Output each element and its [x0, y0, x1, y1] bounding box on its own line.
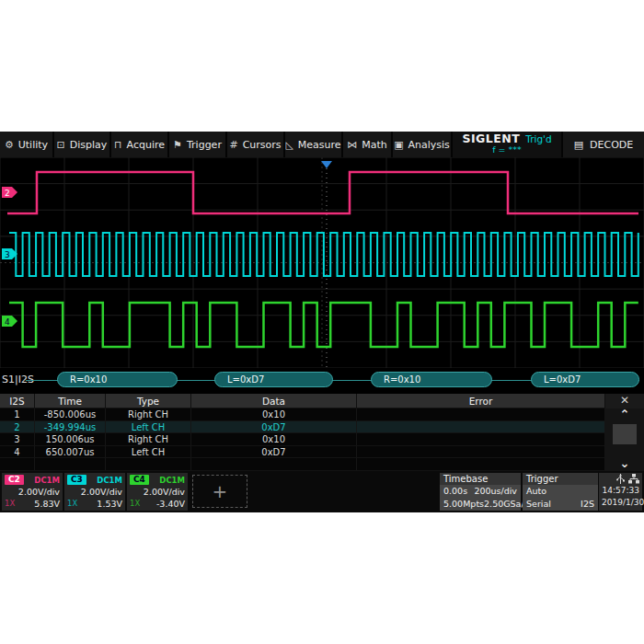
trigger-status: Trig'd	[525, 133, 551, 144]
waveform-display[interactable]: 2 3 4	[0, 157, 644, 368]
brand-logo: SIGLENT	[462, 133, 520, 144]
timebase-delay: 0.00s	[443, 485, 467, 498]
c3-coupling: DC1M	[97, 476, 122, 485]
status-bar: C2 DC1M 2.00V/div 1X 5.83V C3 DC1M 2.00V…	[0, 471, 644, 512]
scroll-up-icon[interactable]: ⌃	[605, 408, 644, 422]
cursors-icon: #	[229, 139, 237, 151]
decode-bus-row: S1|I2S R=0x10 L=0xD7 R=0x10 L=0xD7	[0, 368, 644, 394]
clock-date: 2019/1/30	[602, 497, 639, 509]
svg-text:2: 2	[5, 189, 10, 198]
trigger-mode: Auto	[526, 485, 546, 498]
scrollbar-thumb[interactable]	[613, 424, 637, 444]
decode-table: I2S Time Type Data Error ✕ 1 -850.006us …	[0, 394, 644, 471]
menu-acquire-label: Acquire	[127, 139, 165, 151]
trigger-title: Trigger	[523, 473, 598, 485]
c2-badge: C2	[5, 475, 24, 485]
c4-coupling: DC1M	[159, 476, 185, 485]
menu-analysis[interactable]: ▣ Analysis	[393, 132, 451, 157]
trace-c4-data	[9, 303, 638, 347]
menu-math[interactable]: ⋈ Math	[343, 132, 391, 157]
menu-trigger-label: Trigger	[187, 139, 222, 151]
decode-table-header: I2S Time Type Data Error ✕	[0, 394, 644, 408]
c2-coupling: DC1M	[34, 476, 60, 485]
table-row[interactable]: 4 650.007us Left CH 0xD7	[0, 446, 644, 459]
c4-badge: C4	[130, 475, 149, 485]
col-header-time: Time	[35, 394, 106, 408]
screenshot-page: ⚙ Utility ⊡ Display ⊓ Acquire ⚑ Trigger …	[0, 0, 644, 644]
decode-event[interactable]: R=0x10	[57, 372, 178, 387]
frequency-readout: f = ***	[492, 144, 522, 155]
col-header-error: Error	[357, 394, 605, 408]
menu-display[interactable]: ⊡ Display	[54, 132, 109, 157]
menu-utility-label: Utility	[18, 139, 48, 151]
table-row-selected[interactable]: 2 -349.994us Left CH 0xD7	[0, 421, 644, 434]
math-icon: ⋈	[347, 139, 357, 151]
decode-event[interactable]: R=0x10	[371, 372, 492, 387]
col-header-i2s: I2S	[0, 394, 35, 408]
timebase-memory: 5.00Mpts	[443, 498, 484, 511]
col-header-data: Data	[191, 394, 357, 408]
menu-decode[interactable]: ▤ DECODE	[563, 132, 644, 157]
menu-cursors-label: Cursors	[243, 139, 282, 151]
add-channel-button[interactable]: +	[192, 475, 247, 508]
menu-measure-label: Measure	[298, 139, 341, 151]
trigger-type: Serial	[526, 498, 551, 511]
decode-event[interactable]: L=0xD7	[531, 372, 639, 387]
gear-icon: ⚙	[5, 139, 14, 151]
timebase-title: Timebase	[440, 473, 521, 485]
display-icon: ⊡	[57, 139, 65, 151]
table-row-empty	[0, 458, 644, 471]
menu-measure[interactable]: ◺ Measure	[285, 132, 341, 157]
c3-scale: 2.00V/div	[67, 486, 122, 498]
trace-c2-ws	[7, 172, 638, 213]
analysis-icon: ▣	[394, 139, 403, 151]
c2-scale: 2.00V/div	[5, 486, 60, 498]
table-row[interactable]: 3 150.006us Right CH 0x10	[0, 433, 644, 446]
usb-icon	[616, 474, 625, 484]
menu-utility[interactable]: ⚙ Utility	[0, 132, 52, 157]
timebase-scale: 200us/div	[474, 485, 517, 498]
channel-2-marker[interactable]: 2	[2, 187, 17, 198]
table-row[interactable]: 1 -850.006us Right CH 0x10	[0, 408, 644, 421]
lan-icon	[628, 474, 639, 484]
trigger-protocol: I2S	[581, 498, 594, 511]
trigger-box[interactable]: Trigger Auto Serial I2S	[523, 473, 598, 511]
menu-decode-label: DECODE	[590, 139, 633, 151]
menu-acquire[interactable]: ⊓ Acquire	[111, 132, 167, 157]
c2-offset: 5.83V	[34, 498, 60, 510]
timebase-box[interactable]: Timebase 0.00s 200us/div 5.00Mpts 2.50GS…	[440, 473, 521, 511]
oscilloscope-screen: ⚙ Utility ⊡ Display ⊓ Acquire ⚑ Trigger …	[0, 132, 644, 512]
menu-trigger[interactable]: ⚑ Trigger	[169, 132, 225, 157]
menu-cursors[interactable]: # Cursors	[227, 132, 283, 157]
svg-text:4: 4	[5, 317, 10, 327]
trace-c3-clock	[9, 233, 638, 276]
c4-scale: 2.00V/div	[130, 486, 185, 498]
c2-probe: 1X	[5, 498, 15, 510]
channel-c2-box[interactable]: C2 DC1M 2.00V/div 1X 5.83V	[2, 473, 63, 511]
table-scrollbar: ⌃ ⌄	[605, 408, 644, 471]
menu-bar: ⚙ Utility ⊡ Display ⊓ Acquire ⚑ Trigger …	[0, 132, 644, 157]
datetime-box: 14:57:33 2019/1/30	[599, 473, 642, 511]
scroll-down-icon[interactable]: ⌄	[605, 457, 644, 471]
c4-offset: -3.40V	[156, 498, 185, 510]
waveform-svg: 2 3 4	[0, 157, 644, 368]
c3-probe: 1X	[67, 498, 77, 510]
acquire-icon: ⊓	[114, 139, 122, 151]
brand-status-block: SIGLENT Trig'd f = ***	[453, 132, 561, 157]
menu-display-label: Display	[70, 139, 108, 151]
channel-c3-box[interactable]: C3 DC1M 2.00V/div 1X 1.53V	[64, 473, 125, 511]
document-icon: ▤	[574, 139, 583, 151]
c4-probe: 1X	[130, 498, 140, 510]
menu-analysis-label: Analysis	[408, 139, 450, 151]
clock-time: 14:57:33	[602, 485, 639, 497]
c3-badge: C3	[67, 475, 86, 485]
channel-c4-box[interactable]: C4 DC1M 2.00V/div 1X -3.40V	[127, 473, 188, 511]
table-close-icon[interactable]: ✕	[605, 394, 644, 408]
svg-text:3: 3	[5, 250, 10, 259]
flag-icon: ⚑	[173, 139, 182, 151]
trigger-position-marker[interactable]	[321, 161, 332, 168]
menu-math-label: Math	[362, 139, 387, 151]
decode-event[interactable]: L=0xD7	[214, 372, 333, 387]
plus-icon: +	[213, 480, 228, 502]
channel-4-marker[interactable]: 4	[2, 316, 17, 327]
